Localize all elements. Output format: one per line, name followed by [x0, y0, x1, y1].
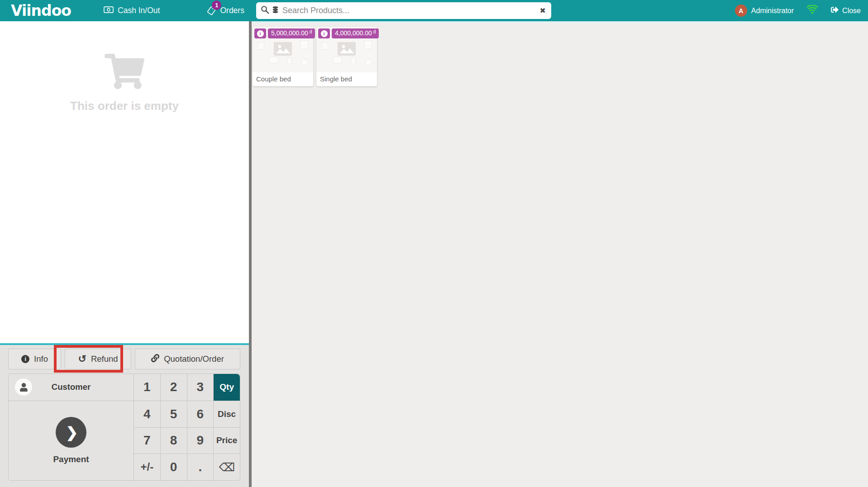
key-label: . — [198, 460, 202, 474]
action-buttons-row: i Info ↺ Refund Quotation/Order — [8, 349, 241, 369]
key-label: Disc — [218, 409, 236, 419]
key-label: 5 — [170, 407, 177, 421]
orders-button[interactable]: 1 Orders — [207, 6, 244, 15]
connection-status[interactable] — [806, 5, 818, 16]
key-label: 0 — [170, 460, 177, 474]
order-panel: This order is empty i Info ↺ Refund Quot… — [0, 21, 249, 487]
numpad-key-1[interactable]: 1 — [134, 374, 160, 401]
numpad-key-9[interactable]: 9 — [187, 427, 214, 454]
price-badge: 4,000,000.00 đ — [332, 28, 379, 38]
tag-icon: 1 — [207, 6, 216, 15]
info-button[interactable]: i Info — [8, 349, 61, 369]
refund-button[interactable]: ↺ Refund — [65, 349, 131, 369]
numpad: Customer 1 2 3 Qty ❯ Payment 4 5 6 Disc … — [8, 374, 240, 481]
key-label: +/- — [141, 461, 154, 473]
numpad-key-5[interactable]: 5 — [160, 401, 187, 427]
sign-out-icon — [831, 6, 839, 15]
price-value: 4,000,000.00 — [335, 29, 372, 37]
key-label: Qty — [219, 382, 234, 392]
numpad-key-2[interactable]: 2 — [160, 374, 187, 401]
mode-disc-button[interactable]: Disc — [213, 401, 240, 427]
product-card-couple-bed[interactable]: i 5,000,000.00 đ — [253, 27, 313, 86]
products-panel: i 5,000,000.00 đ — [252, 21, 868, 487]
undo-icon: ↺ — [78, 354, 86, 364]
order-controls: i Info ↺ Refund Quotation/Order — [0, 343, 249, 487]
payment-button[interactable]: ❯ Payment — [9, 401, 134, 480]
wifi-icon — [806, 8, 818, 16]
refund-label: Refund — [91, 354, 118, 364]
user-menu[interactable]: A Administrator — [735, 5, 794, 17]
chevron-right-icon: ❯ — [56, 417, 86, 448]
image-icon — [274, 42, 292, 57]
orders-label: Orders — [220, 6, 244, 15]
key-label: 3 — [197, 380, 204, 394]
key-label: 4 — [143, 407, 151, 421]
close-label: Close — [842, 7, 861, 15]
empty-order-area: This order is empty — [0, 21, 249, 343]
product-info-icon[interactable]: i — [318, 28, 330, 38]
search-input[interactable] — [281, 5, 537, 16]
top-right-cluster: A Administrator Close — [735, 5, 861, 17]
image-icon — [338, 42, 356, 57]
cash-in-out-label: Cash In/Out — [118, 6, 160, 15]
quotation-order-button[interactable]: Quotation/Order — [135, 349, 240, 369]
avatar: A — [735, 5, 747, 17]
price-badge: 5,000,000.00 đ — [268, 28, 315, 38]
key-label: 6 — [197, 407, 204, 421]
customer-button[interactable]: Customer — [9, 374, 134, 401]
numpad-key-3[interactable]: 3 — [187, 374, 214, 401]
price-value: 5,000,000.00 — [271, 29, 308, 37]
key-label: 7 — [143, 433, 151, 448]
product-card-single-bed[interactable]: i 4,000,000.00 đ — [316, 27, 377, 86]
info-label: Info — [34, 354, 48, 364]
search-bar[interactable]: ✖ — [256, 2, 551, 19]
numpad-key-0[interactable]: 0 — [160, 454, 187, 480]
close-button[interactable]: Close — [831, 6, 861, 15]
shopping-cart-icon — [105, 54, 144, 91]
currency-symbol: đ — [310, 29, 312, 34]
orders-count-badge: 1 — [212, 0, 221, 10]
mode-qty-button[interactable]: Qty — [213, 374, 240, 401]
badge-row: i 4,000,000.00 đ — [318, 28, 379, 38]
cash-in-out-button[interactable]: Cash In/Out — [104, 6, 160, 15]
payment-label: Payment — [53, 454, 89, 464]
key-label: 2 — [170, 380, 177, 394]
customer-label: Customer — [52, 382, 91, 392]
customer-icon — [15, 378, 32, 396]
link-icon — [151, 354, 159, 364]
numpad-key-4[interactable]: 4 — [134, 401, 160, 427]
numpad-key-6[interactable]: 6 — [187, 401, 214, 427]
quotation-label: Quotation/Order — [164, 354, 224, 364]
clear-search-icon[interactable]: ✖ — [540, 7, 546, 14]
user-name: Administrator — [751, 7, 794, 15]
key-label: 1 — [143, 380, 151, 394]
top-bar: Viindoo Cash In/Out 1 Orders — [0, 0, 868, 21]
product-info-icon[interactable]: i — [254, 28, 266, 38]
key-label: 9 — [197, 433, 204, 448]
badge-row: i 5,000,000.00 đ — [254, 28, 315, 38]
viindoo-logo: Viindoo — [11, 2, 71, 19]
search-icon — [261, 5, 269, 16]
numpad-key-decimal[interactable]: . — [187, 454, 214, 480]
empty-order-message: This order is empty — [70, 99, 179, 113]
products-db-icon — [272, 6, 279, 15]
mode-price-button[interactable]: Price — [213, 427, 240, 454]
backspace-icon: ⌫ — [219, 461, 234, 474]
numpad-key-7[interactable]: 7 — [134, 427, 160, 454]
key-label: Price — [216, 435, 237, 445]
numpad-key-plusminus[interactable]: +/- — [134, 454, 160, 480]
product-name: Couple bed — [253, 72, 313, 86]
product-name: Single bed — [316, 72, 377, 86]
key-label: 8 — [170, 433, 177, 448]
currency-symbol: đ — [373, 29, 376, 34]
info-icon: i — [21, 355, 29, 363]
numpad-key-8[interactable]: 8 — [160, 427, 187, 454]
product-grid: i 5,000,000.00 đ — [252, 23, 868, 86]
money-bill-icon — [104, 6, 114, 15]
backspace-key[interactable]: ⌫ — [213, 454, 240, 480]
